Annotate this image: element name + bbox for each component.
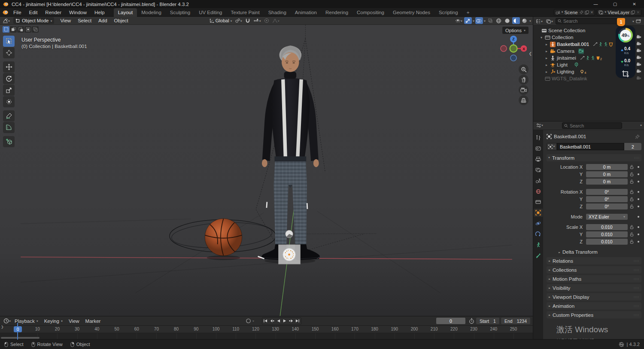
render-visibility-camera-icon[interactable] — [636, 35, 641, 39]
editor-type-button[interactable]: ▾ — [2, 17, 11, 24]
panel-animation[interactable]: ▸Animation:::: — [547, 302, 641, 310]
gizmo-y-axis[interactable] — [510, 45, 517, 52]
outliner-search-input[interactable] — [563, 18, 618, 24]
tab-render[interactable] — [534, 144, 543, 152]
location-z-field[interactable]: 0 m — [586, 179, 628, 185]
timeline-ruler[interactable]: 0 01020304050607080901001101201301401501… — [0, 326, 533, 333]
viewport-menu-object[interactable]: Object — [111, 17, 132, 25]
render-visibility-camera-icon[interactable] — [636, 49, 641, 53]
snap-target-button[interactable]: ▾ — [234, 17, 243, 24]
properties-search[interactable] — [562, 122, 622, 129]
move-tool[interactable] — [3, 61, 15, 73]
duplicate-icon[interactable] — [585, 10, 589, 15]
timeline-expand-arrow[interactable]: ❯ — [1, 325, 4, 329]
play-reverse-button[interactable] — [275, 318, 282, 325]
workspace-tab-geometry-nodes[interactable]: Geometry Nodes — [389, 8, 434, 17]
timeline-menu-playback[interactable]: Playback ▾ — [12, 319, 41, 324]
proportional-falloff-dropdown[interactable]: ▾ — [271, 17, 280, 24]
scale-y-field[interactable]: 0.010 — [586, 231, 628, 237]
rotation-y-field[interactable]: 0° — [586, 196, 628, 202]
users-count-button[interactable]: 2 — [624, 143, 641, 150]
render-visibility-camera-icon[interactable] — [636, 55, 641, 60]
expand-icon[interactable]: ▸ — [544, 49, 549, 53]
show-overlays-toggle[interactable] — [475, 17, 483, 24]
cursor-tool[interactable] — [3, 47, 15, 58]
workspace-tab-texture-paint[interactable]: Texture Paint — [227, 8, 264, 17]
timeline-menu-view[interactable]: View — [66, 319, 82, 324]
workspace-tab-scripting[interactable]: Scripting — [434, 8, 462, 17]
shading-solid-button[interactable] — [504, 17, 511, 24]
workspace-tab-rendering[interactable]: Rendering — [321, 8, 352, 17]
expand-icon[interactable]: ▸ — [544, 56, 549, 60]
tab-constraints[interactable] — [534, 230, 543, 238]
chevron-down-icon[interactable]: ▾ — [640, 124, 642, 127]
select-mode-extend-button[interactable] — [10, 26, 17, 33]
workspace-tab-shading[interactable]: Shading — [264, 8, 291, 17]
select-mode-invert-button[interactable] — [24, 26, 31, 33]
system-monitor-widget[interactable]: 49% 0.4K/s 0.0K/s — [616, 26, 635, 78]
select-mode-subtract-button[interactable] — [17, 26, 24, 33]
new-collection-icon[interactable] — [636, 18, 641, 24]
shading-material-button[interactable] — [512, 17, 520, 24]
render-visibility-camera-icon[interactable] — [636, 69, 641, 73]
menu-file[interactable]: File — [9, 8, 25, 17]
add-workspace-button[interactable]: + — [462, 8, 474, 17]
viewport-menu-add[interactable]: Add — [95, 17, 110, 25]
frame-end-field[interactable]: End1234 — [501, 318, 530, 324]
close-icon[interactable]: ✕ — [590, 10, 594, 15]
rotation-mode-dropdown[interactable]: XYZ Euler▾ — [586, 214, 628, 220]
tab-scene[interactable] — [534, 176, 543, 185]
render-visibility-camera-icon[interactable] — [636, 62, 641, 67]
breadcrumb-object-name[interactable]: Basketball.001 — [554, 134, 586, 139]
transform-tool[interactable] — [3, 96, 15, 107]
transform-orientation-dropdown[interactable]: Global ▾ — [208, 17, 233, 24]
tab-object[interactable] — [534, 209, 543, 217]
scene-selector[interactable]: ▾ Scene ✕ — [554, 9, 595, 16]
pan-button[interactable] — [519, 75, 529, 85]
tab-object-data[interactable] — [534, 241, 543, 249]
rotate-tool[interactable] — [3, 73, 15, 84]
transform-panel-header[interactable]: ▾ Transform :::: — [547, 154, 641, 161]
minimize-button[interactable]: — — [586, 0, 605, 8]
location-y-field[interactable]: 0 m — [586, 171, 628, 177]
root-bone-gizmo[interactable] — [279, 245, 301, 264]
frame-start-field[interactable]: Start1 — [476, 318, 499, 324]
measure-tool[interactable] — [3, 122, 15, 133]
jump-to-start-button[interactable] — [262, 318, 269, 325]
gizmo-minus-z-axis[interactable] — [510, 55, 516, 61]
render-visibility-camera-icon[interactable] — [636, 76, 641, 80]
sphere-empty-object[interactable] — [286, 230, 293, 238]
panel-viewport-display[interactable]: ▸Viewport Display:::: — [547, 293, 641, 300]
rotation-x-field[interactable]: 0° — [586, 189, 628, 195]
rotation-z-field[interactable]: 0° — [586, 203, 628, 209]
next-keyframe-button[interactable] — [288, 318, 295, 325]
pin-icon[interactable] — [635, 134, 640, 139]
viewlayer-selector[interactable]: ▾ ViewLayer ✕ — [597, 9, 641, 16]
tab-physics[interactable] — [534, 219, 543, 228]
expand-icon[interactable]: ▾ — [539, 36, 544, 39]
tab-view-layer[interactable] — [534, 166, 543, 174]
timeline-editor-type-button[interactable]: ▾ — [3, 318, 12, 325]
scale-z-field[interactable]: 0.010 — [586, 239, 628, 245]
object-name-input[interactable]: Basketball.001 — [557, 143, 624, 150]
timeline-menu-marker[interactable]: Marker — [82, 319, 104, 324]
orthographic-toggle-button[interactable] — [519, 95, 529, 105]
tab-tool[interactable] — [534, 134, 543, 142]
menu-edit[interactable]: Edit — [25, 8, 42, 17]
outliner-display-mode-button[interactable]: ▾ — [545, 18, 554, 24]
chevron-down-icon[interactable]: ▾ — [473, 19, 474, 22]
location-x-field[interactable]: 0 m — [586, 164, 628, 170]
shading-rendered-button[interactable] — [521, 17, 529, 24]
menu-window[interactable]: Window — [65, 8, 91, 17]
timeline-scrollbar[interactable] — [1, 337, 39, 339]
zoom-button[interactable] — [519, 64, 529, 74]
viewport-menu-select[interactable]: Select — [74, 17, 95, 25]
workspace-tab-animation[interactable]: Animation — [291, 8, 321, 17]
expand-icon[interactable]: ▸ — [544, 63, 549, 67]
duplicate-icon[interactable] — [631, 10, 635, 15]
menu-help[interactable]: Help — [91, 8, 109, 17]
menu-render[interactable]: Render — [41, 8, 65, 17]
scale-tool[interactable] — [3, 85, 15, 96]
select-box-tool[interactable] — [3, 36, 15, 47]
panel-custom-properties[interactable]: ▸Custom Properties:::: — [547, 311, 641, 319]
